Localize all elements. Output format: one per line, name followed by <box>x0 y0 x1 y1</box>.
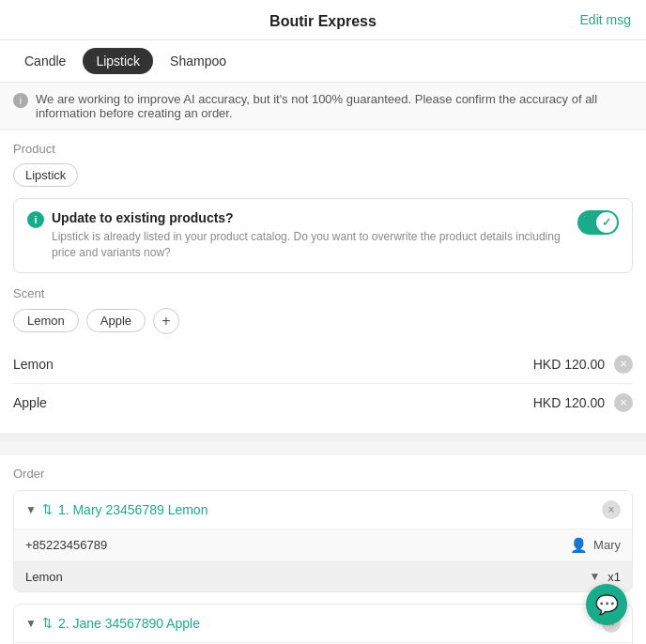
scent-section: Scent Lemon Apple + <box>13 286 633 334</box>
price-right-apple: HKD 120.00 × <box>533 393 633 412</box>
order-card-2: ▼ ⇅ 2. Jane 34567890 Apple × +8523456789… <box>13 604 633 644</box>
info-icon: i <box>27 211 44 228</box>
tab-lipstick[interactable]: Lipstick <box>83 48 153 74</box>
price-value-lemon: HKD 120.00 <box>533 357 605 372</box>
product-section-label: Product <box>13 142 633 156</box>
update-box: i Update to existing products? Lipstick … <box>13 198 633 273</box>
product-tag: Lipstick <box>13 163 78 187</box>
order-title-1: 1. Mary 23456789 Lemon <box>58 502 208 517</box>
section-divider <box>0 433 646 440</box>
edit-msg-link[interactable]: Edit msg <box>580 12 631 27</box>
toggle-check-icon: ✓ <box>602 216 611 229</box>
scent-tags: Lemon Apple + <box>13 308 633 334</box>
select-right-1: ▼ x1 <box>589 570 621 584</box>
update-toggle[interactable]: ✓ <box>577 210 619 235</box>
qty-badge-1: x1 <box>608 570 621 584</box>
order-person-name-1: Mary <box>593 538 621 552</box>
update-title: Update to existing products? <box>52 210 577 225</box>
order-header-left-2: ▼ ⇅ 2. Jane 34567890 Apple <box>25 616 200 631</box>
chat-icon: 💬 <box>595 593 619 616</box>
price-value-apple: HKD 120.00 <box>533 395 605 410</box>
order-person-1: 👤 Mary <box>570 537 621 554</box>
tab-candle[interactable]: Candle <box>11 48 79 74</box>
order-title-2: 2. Jane 34567890 Apple <box>58 616 200 631</box>
notice-text: We are working to improve AI accuracy, b… <box>36 92 633 120</box>
order-close-button-1[interactable]: × <box>602 500 621 519</box>
chevron-down-icon-2[interactable]: ▼ <box>25 617 37 630</box>
product-section: Product Lipstick i Update to existing pr… <box>0 130 646 433</box>
header-title: Boutir Express <box>269 13 377 29</box>
order-arrows-icon-1: ⇅ <box>42 502 53 516</box>
scent-tag-apple[interactable]: Apple <box>86 309 146 332</box>
order-phone-1: +85223456789 <box>25 538 107 552</box>
chat-fab-button[interactable]: 💬 <box>586 584 627 625</box>
scent-tag-lemon[interactable]: Lemon <box>13 309 79 332</box>
order-section: Order ▼ ⇅ 1. Mary 23456789 Lemon × +8522… <box>0 455 646 644</box>
remove-apple-button[interactable]: × <box>614 393 633 412</box>
update-text: Update to existing products? Lipstick is… <box>52 210 577 261</box>
order-select-row-1: Lemon ▼ x1 <box>14 561 632 591</box>
remove-lemon-button[interactable]: × <box>614 355 633 374</box>
order-header-1: ▼ ⇅ 1. Mary 23456789 Lemon × <box>14 491 632 529</box>
scent-add-button[interactable]: + <box>153 308 179 334</box>
person-icon-1: 👤 <box>570 537 588 554</box>
order-section-label: Order <box>13 467 633 481</box>
toggle-knob: ✓ <box>596 212 617 233</box>
update-description: Lipstick is already listed in your produ… <box>52 229 577 261</box>
update-box-left: i Update to existing products? Lipstick … <box>27 210 577 261</box>
dropdown-chevron-icon-1[interactable]: ▼ <box>589 570 600 583</box>
price-row-lemon: Lemon HKD 120.00 × <box>13 345 633 384</box>
order-header-2: ▼ ⇅ 2. Jane 34567890 Apple × <box>14 605 632 642</box>
notice-bar: i We are working to improve AI accuracy,… <box>0 83 646 130</box>
chevron-down-icon-1[interactable]: ▼ <box>25 503 37 516</box>
order-phone-row-1: +85223456789 👤 Mary <box>14 529 632 561</box>
price-label-lemon: Lemon <box>13 357 54 372</box>
tab-shampoo[interactable]: Shampoo <box>157 48 239 74</box>
notice-icon: i <box>13 93 28 108</box>
header: Boutir Express Edit msg <box>0 0 646 40</box>
price-right-lemon: HKD 120.00 × <box>533 355 633 374</box>
order-select-1[interactable]: Lemon <box>25 570 589 584</box>
order-arrows-icon-2: ⇅ <box>42 616 53 630</box>
tabs-bar: Candle Lipstick Shampoo <box>0 40 646 83</box>
order-card-1: ▼ ⇅ 1. Mary 23456789 Lemon × +8522345678… <box>13 490 633 592</box>
price-label-apple: Apple <box>13 395 47 410</box>
price-row-apple: Apple HKD 120.00 × <box>13 384 633 422</box>
order-header-left-1: ▼ ⇅ 1. Mary 23456789 Lemon <box>25 502 208 517</box>
scent-label: Scent <box>13 286 633 300</box>
